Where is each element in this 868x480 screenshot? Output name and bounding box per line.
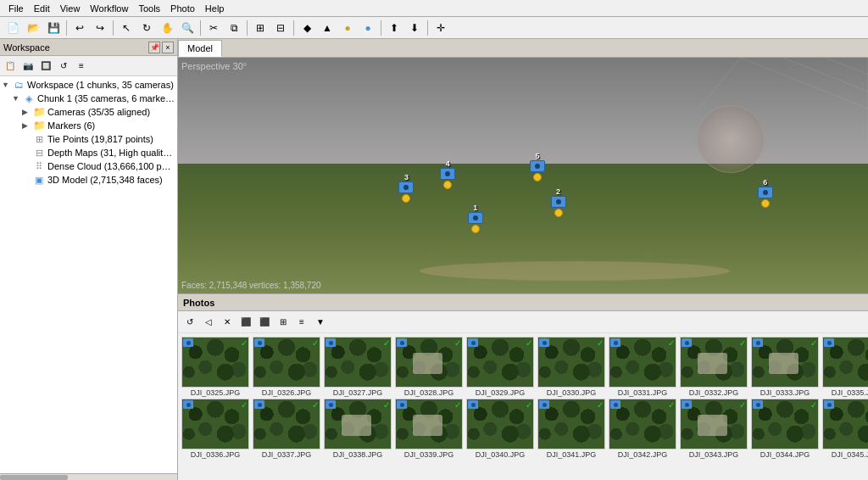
photo-thumb[interactable]: ✓DJI_0342.JPG <box>609 399 676 459</box>
tree-item-depthmaps[interactable]: ⊟ Depth Maps (31, High quality, Moderate <box>2 146 175 159</box>
ws-add-chunk-button[interactable]: 📋 <box>2 58 19 75</box>
menu-file[interactable]: File <box>3 2 29 15</box>
cam-label-5: 5 <box>536 152 540 160</box>
photo-thumb[interactable]: ✓DJI_0325.JPG <box>181 337 249 397</box>
align-button[interactable]: ⊟ <box>271 19 290 37</box>
menu-tools[interactable]: Tools <box>133 2 165 15</box>
photo-thumb[interactable]: ✓DJI_0338.JPG <box>324 399 392 459</box>
photo-thumb[interactable]: ✓DJI_0343.JPG <box>680 399 748 459</box>
new-button[interactable]: 📄 <box>3 19 22 37</box>
photos-sort-button[interactable]: ▼ <box>312 314 329 331</box>
photos-export-button[interactable]: ⬛ <box>256 314 273 331</box>
camera-marker-6[interactable]: 6 <box>758 178 773 208</box>
tree-label-root: Workspace (1 chunks, 35 cameras) <box>27 80 174 90</box>
grid-button[interactable]: ⊞ <box>251 19 270 37</box>
marker-button[interactable]: ◆ <box>298 19 316 37</box>
tab-model[interactable]: Model <box>178 40 222 57</box>
thumb-camera-icon <box>468 400 478 409</box>
workspace-pin-button[interactable]: 📌 <box>148 42 160 53</box>
save-button[interactable]: 💾 <box>44 19 63 37</box>
photos-delete-button[interactable]: ✕ <box>219 314 236 331</box>
cam-label-4: 4 <box>446 159 450 168</box>
photos-refresh-button[interactable]: ↺ <box>181 314 198 331</box>
thumb-check-icon: ✓ <box>739 338 746 348</box>
move-button[interactable]: ✛ <box>431 19 450 37</box>
photo-thumb[interactable]: ✓DJI_0330.JPG <box>537 337 605 397</box>
tree-item-densecloud[interactable]: ⠿ Dense Cloud (13,666,100 points, High q… <box>2 159 175 173</box>
camera-marker-4[interactable]: 4 <box>440 159 455 189</box>
camera-marker-1[interactable]: 1 <box>468 204 483 233</box>
thumb-check-icon: ✓ <box>810 338 817 348</box>
photo-thumb[interactable]: ✓DJI_0326.JPG <box>253 337 320 397</box>
export-button[interactable]: ⬆ <box>385 19 403 37</box>
thumb-camera-icon <box>539 400 549 409</box>
ws-refresh-button[interactable]: ↺ <box>55 58 72 75</box>
tree-item-tiepoints[interactable]: ⊞ Tie Points (19,817 points) <box>2 132 175 146</box>
import-button[interactable]: ⬇ <box>405 19 424 37</box>
camera-marker-5[interactable]: 5 <box>530 152 545 181</box>
tree-item-model3d[interactable]: ▣ 3D Model (2,715,348 faces) <box>2 173 175 187</box>
camera-marker-2[interactable]: 2 <box>551 187 566 217</box>
photo-thumb[interactable]: ✓DJI_0339.JPG <box>395 399 463 459</box>
fill-button[interactable]: ● <box>338 19 357 37</box>
photo-thumb[interactable]: ✓DJI_0332.JPG <box>680 337 748 397</box>
redo-button[interactable]: ↪ <box>91 19 109 37</box>
open-button[interactable]: 📂 <box>24 19 42 37</box>
tree-label-model3d: 3D Model (2,715,348 faces) <box>47 175 163 185</box>
workspace-scrollbar[interactable] <box>0 473 177 480</box>
tree-item-chunk1[interactable]: ▼ ◈ Chunk 1 (35 cameras, 6 markers, 19,8… <box>2 92 175 105</box>
ws-add-cameras-button[interactable]: 📷 <box>19 58 36 75</box>
cam-dot-1 <box>471 225 480 233</box>
workspace-close-button[interactable]: × <box>162 42 174 53</box>
menu-help[interactable]: Help <box>200 2 230 15</box>
photos-header: Photos <box>178 294 868 311</box>
undo-button[interactable]: ↩ <box>70 19 89 37</box>
photos-row-2: ✓DJI_0336.JPG✓DJI_0337.JPG✓DJI_0338.JPG✓… <box>181 399 865 459</box>
photo-thumb[interactable]: ✓DJI_0331.JPG <box>609 337 676 397</box>
pan-button[interactable]: ✋ <box>158 19 176 37</box>
thumb-label: DJI_0332.JPG <box>689 388 739 397</box>
scroll-thumb <box>0 475 68 480</box>
photos-back-button[interactable]: ◁ <box>200 314 217 331</box>
tree-item-markers[interactable]: ▶ 📁 Markers (6) <box>2 119 175 132</box>
thumb-check-icon: ✓ <box>454 400 461 410</box>
thumb-check-icon: ✓ <box>454 338 461 348</box>
rotate-button[interactable]: ↻ <box>137 19 156 37</box>
cut-button[interactable]: ✂ <box>204 19 223 37</box>
photo-thumb[interactable]: ✓DJI_0333.JPG <box>751 337 819 397</box>
ws-show-cameras-button[interactable]: 🔲 <box>37 58 54 75</box>
photo-thumb[interactable]: ✓DJI_0328.JPG <box>395 337 463 397</box>
photos-toolbar: ↺ ◁ ✕ ⬛ ⬛ ⊞ ≡ ▼ <box>178 311 868 333</box>
shape-button[interactable]: ▲ <box>318 19 337 37</box>
photo-thumb[interactable]: ✓DJI_0335.JPG <box>822 337 868 397</box>
photos-import-button[interactable]: ⬛ <box>237 314 254 331</box>
thumb-label: DJI_0325.JPG <box>191 388 241 397</box>
viewport-3d[interactable]: 1 2 3 4 <box>178 58 868 293</box>
camera-marker-3[interactable]: 3 <box>398 173 414 203</box>
tiepoints-icon: ⊞ <box>32 133 46 145</box>
photo-thumb[interactable]: ✓DJI_0345.JPG <box>822 399 868 459</box>
thumb-label: DJI_0335.JPG <box>832 388 868 397</box>
fill2-button[interactable]: ● <box>359 19 377 37</box>
tab-bar: Model <box>178 39 868 58</box>
photo-thumb[interactable]: ✓DJI_0337.JPG <box>253 399 320 459</box>
photo-thumb[interactable]: ✓DJI_0327.JPG <box>324 337 392 397</box>
zoom-button[interactable]: 🔍 <box>178 19 197 37</box>
menu-edit[interactable]: Edit <box>29 2 55 15</box>
photo-thumb[interactable]: ✓DJI_0336.JPG <box>181 399 249 459</box>
select-button[interactable]: ↖ <box>117 19 136 37</box>
photo-thumb[interactable]: ✓DJI_0340.JPG <box>466 399 534 459</box>
menu-workflow[interactable]: Workflow <box>85 2 133 15</box>
ws-settings-button[interactable]: ≡ <box>73 58 90 75</box>
menu-photo[interactable]: Photo <box>165 2 200 15</box>
photo-thumb[interactable]: ✓DJI_0341.JPG <box>537 399 605 459</box>
photos-grid-button[interactable]: ⊞ <box>275 314 292 331</box>
photos-list-button[interactable]: ≡ <box>293 314 310 331</box>
copy-button[interactable]: ⧉ <box>225 19 243 37</box>
tree-item-root[interactable]: ▼ 🗂 Workspace (1 chunks, 35 cameras) <box>2 78 175 92</box>
tree-item-cameras[interactable]: ▶ 📁 Cameras (35/35 aligned) <box>2 105 175 119</box>
photo-thumb[interactable]: ✓DJI_0344.JPG <box>751 399 819 459</box>
photo-thumb[interactable]: ✓DJI_0329.JPG <box>466 337 534 397</box>
menu-view[interactable]: View <box>55 2 86 15</box>
thumb-camera-icon <box>326 400 336 409</box>
